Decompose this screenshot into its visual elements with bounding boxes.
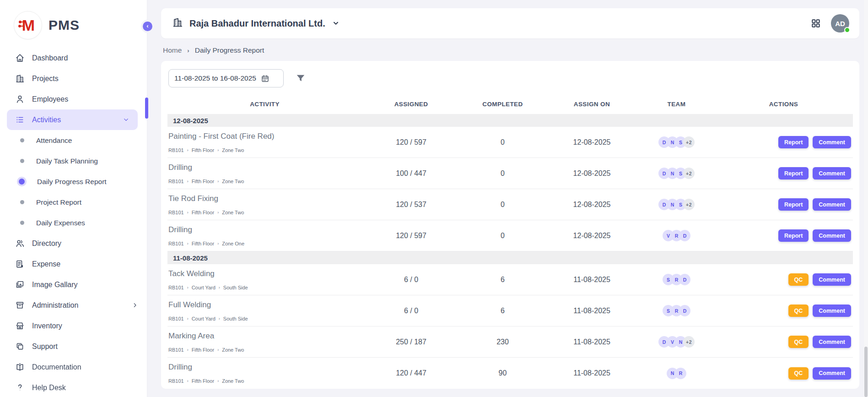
team-avatars: DNS+2: [639, 136, 714, 148]
activity-title: Tie Rod Fixing: [168, 194, 362, 203]
comment-button[interactable]: Comment: [813, 229, 851, 242]
report-button[interactable]: Report: [778, 136, 809, 148]
path-segment: RB101: [168, 347, 184, 353]
team-extra-chip[interactable]: +2: [683, 136, 695, 148]
team-member-chip[interactable]: D: [679, 230, 690, 241]
sidebar-item-documentation[interactable]: Documentation: [0, 357, 147, 377]
sidebar-item-inventory[interactable]: Inventory: [0, 315, 147, 336]
users-icon: [15, 239, 25, 249]
breadcrumb-home[interactable]: Home: [163, 46, 182, 54]
assign-on-date: 11-08-2025: [545, 276, 639, 284]
table-row: Tie Rod Fixing RB101›Fifth Floor›Zone Tw…: [167, 189, 853, 220]
office-building-icon: [172, 17, 183, 30]
team-member-chip[interactable]: R: [675, 368, 686, 379]
sidebar-subitem-daily-task-planning[interactable]: Daily Task Planning: [0, 151, 147, 171]
qc-button[interactable]: QC: [788, 336, 809, 348]
copy-icon: [15, 342, 25, 352]
comment-button[interactable]: Comment: [813, 167, 851, 179]
path-chevron-icon: ›: [187, 148, 189, 152]
sidebar-collapse-button[interactable]: ‹: [141, 20, 154, 33]
filter-funnel-icon[interactable]: [296, 73, 306, 83]
vertical-scrollbar[interactable]: [864, 0, 868, 397]
path-chevron-icon: ›: [217, 241, 219, 246]
sidebar-item-dashboard[interactable]: Dashboard: [0, 48, 147, 68]
sidebar-item-expense[interactable]: Expense: [0, 254, 147, 274]
comment-button[interactable]: Comment: [813, 305, 851, 317]
assigned-value: 120 / 597: [362, 138, 460, 147]
question-icon: [15, 383, 25, 393]
team-member-chip[interactable]: D: [679, 305, 690, 316]
activity-location-path: RB101›Court Yard›South Side: [168, 316, 362, 321]
sidebar-item-projects[interactable]: Projects: [0, 68, 147, 89]
row-actions: QCComment: [714, 273, 853, 286]
comment-button[interactable]: Comment: [813, 367, 851, 380]
sidebar-subitem-daily-expenses[interactable]: Daily Expenses: [0, 212, 147, 233]
user-icon: [15, 94, 25, 104]
activity-location-path: RB101›Fifth Floor›Zone Two: [168, 210, 362, 215]
team-extra-chip[interactable]: +2: [683, 168, 695, 179]
sidebar-item-support[interactable]: Support: [0, 336, 147, 357]
company-selector[interactable]: Raja Bahadur International Ltd.: [172, 17, 340, 30]
comment-button[interactable]: Comment: [813, 273, 851, 286]
sidebar-item-activities[interactable]: Activities: [7, 109, 138, 130]
team-extra-chip[interactable]: +2: [683, 336, 695, 348]
sidebar-item-administration[interactable]: Administration: [0, 295, 147, 315]
path-segment: Fifth Floor: [192, 147, 215, 153]
comment-button[interactable]: Comment: [813, 336, 851, 348]
table-row: Marking Area RB101›Fifth Floor›Zone Two …: [167, 326, 853, 358]
sidebar-subitem-label: Daily Expenses: [36, 219, 85, 227]
home-icon: [15, 53, 25, 63]
app-logo[interactable]: M PMS: [0, 0, 147, 48]
assign-on-date: 11-08-2025: [545, 307, 639, 315]
scrollbar-thumb[interactable]: [864, 347, 868, 397]
report-button[interactable]: Report: [778, 229, 809, 242]
team-extra-chip[interactable]: +2: [683, 199, 695, 210]
sidebar-item-label: Directory: [32, 239, 61, 248]
column-header-actions: ACTIONS: [714, 101, 853, 108]
team-avatars: DNS+2: [639, 168, 714, 179]
apps-grid-icon[interactable]: [811, 18, 821, 28]
sidebar-item-employees[interactable]: Employees: [0, 89, 147, 109]
column-header-team: TEAM: [639, 101, 714, 108]
qc-button[interactable]: QC: [788, 367, 809, 380]
report-button[interactable]: Report: [778, 198, 809, 211]
topbar: Raja Bahadur International Ltd. AD: [161, 8, 859, 38]
path-segment: Fifth Floor: [192, 179, 215, 184]
qc-button[interactable]: QC: [788, 305, 809, 317]
comment-button[interactable]: Comment: [813, 136, 851, 148]
user-avatar[interactable]: AD: [831, 14, 849, 33]
online-status-dot: [844, 27, 850, 33]
comment-button[interactable]: Comment: [813, 198, 851, 211]
path-segment: Zone Two: [222, 210, 244, 215]
sidebar-item-directory[interactable]: Directory: [0, 233, 147, 254]
sidebar-item-image-gallary[interactable]: Image Gallary: [0, 274, 147, 295]
path-chevron-icon: ›: [219, 285, 220, 290]
sidebar-item-help-desk[interactable]: Help Desk: [0, 377, 147, 397]
sidebar-subitem-project-report[interactable]: Project Report: [0, 192, 147, 212]
bullet-dot-icon: [20, 221, 24, 225]
row-actions: ReportComment: [714, 167, 853, 179]
breadcrumb-separator-icon: ›: [187, 47, 189, 54]
report-card: 11-08-2025 to 16-08-2025 ACTIVITYASSIGNE…: [161, 61, 859, 389]
date-range-input[interactable]: 11-08-2025 to 16-08-2025: [168, 69, 284, 87]
column-header-assigned: ASSIGNED: [362, 101, 460, 108]
chevron-down-icon: [332, 19, 340, 27]
sidebar-subitem-daily-progress-report[interactable]: Daily Progress Report: [0, 171, 147, 192]
filter-row: 11-08-2025 to 16-08-2025: [167, 68, 853, 94]
team-member-chip[interactable]: D: [679, 274, 690, 285]
assign-on-date: 12-08-2025: [545, 201, 639, 209]
sidebar-item-label: Expense: [32, 260, 60, 268]
sidebar-item-label: Projects: [32, 75, 59, 83]
path-segment: RB101: [168, 316, 184, 321]
report-button[interactable]: Report: [778, 167, 809, 179]
assign-on-date: 11-08-2025: [545, 338, 639, 346]
path-chevron-icon: ›: [187, 379, 189, 383]
column-header-activity: ACTIVITY: [167, 101, 362, 108]
qc-button[interactable]: QC: [788, 273, 809, 286]
date-group-header: 11-08-2025: [167, 251, 853, 264]
path-chevron-icon: ›: [217, 348, 219, 352]
assigned-value: 120 / 447: [362, 369, 460, 377]
sidebar-subitem-attendance[interactable]: Attendance: [0, 130, 147, 151]
image-icon: [15, 280, 25, 290]
path-segment: Fifth Floor: [192, 378, 215, 384]
